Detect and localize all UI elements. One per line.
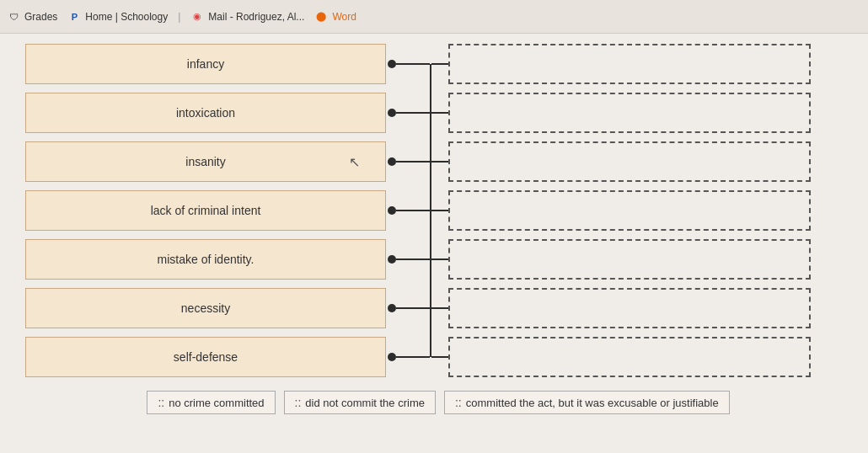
term-box-infancy[interactable]: infancy	[25, 44, 386, 84]
term-row-1: infancy	[25, 42, 430, 86]
matching-exercise: infancy intoxication	[25, 42, 851, 414]
terms-column: infancy intoxication	[25, 42, 430, 379]
word-icon: ⬤	[314, 10, 328, 24]
arm-line-5	[431, 258, 448, 260]
tab-grades[interactable]: 🛡 Grades	[7, 10, 57, 24]
answer-box-5[interactable]	[448, 239, 811, 280]
legend-icon-2: ::	[295, 396, 302, 409]
arm-line-3	[431, 161, 448, 163]
arm-line-2	[431, 112, 448, 114]
tab-word[interactable]: ⬤ Word	[314, 10, 356, 24]
connector-1	[386, 44, 430, 84]
term-box-insanity[interactable]: insanity ↖	[25, 141, 386, 182]
term-box-intoxication[interactable]: intoxication	[25, 93, 386, 133]
term-box-mistake-of-identity[interactable]: mistake of identity.	[25, 239, 386, 280]
term-row-4: lack of criminal intent	[25, 189, 430, 232]
vertical-connector-bar	[430, 64, 431, 357]
term-box-self-defense[interactable]: self-defense	[25, 337, 386, 377]
arm-line-1	[431, 63, 448, 65]
legend-item-excusable: :: committed the act, but it was excusab…	[444, 391, 730, 414]
mail-icon: ◉	[190, 10, 204, 24]
connector-hline-4	[396, 210, 430, 211]
term-row-5: mistake of identity.	[25, 237, 430, 281]
answer-row-4	[431, 189, 811, 232]
connector-5	[386, 239, 430, 280]
connector-hline-6	[396, 307, 430, 309]
tab-home-schoology[interactable]: P Home | Schoology	[67, 10, 168, 24]
answer-row-5	[431, 237, 811, 281]
answer-box-6[interactable]	[448, 288, 811, 328]
term-box-lack-of-criminal-intent[interactable]: lack of criminal intent	[25, 190, 386, 231]
answer-box-7[interactable]	[448, 337, 811, 377]
connector-hline-2	[396, 112, 430, 114]
arm-line-4	[431, 210, 448, 211]
answer-box-3[interactable]	[448, 141, 811, 182]
cursor-icon: ↖	[349, 154, 360, 170]
answer-row-3	[431, 140, 811, 184]
connector-dot-1	[388, 60, 396, 68]
term-row-7: self-defense	[25, 335, 430, 379]
legend-icon-3: ::	[455, 396, 462, 409]
legend-item-no-crime: :: no crime committed	[147, 391, 275, 414]
connector-hline-5	[396, 258, 430, 260]
term-row-2: intoxication	[25, 91, 430, 135]
answer-row-7	[431, 335, 811, 379]
answer-row-1	[431, 42, 811, 86]
tab-divider-1: |	[178, 11, 180, 23]
grades-icon: 🛡	[7, 10, 20, 24]
connector-dot-5	[388, 255, 396, 264]
connector-dot-7	[388, 353, 396, 361]
browser-tab-bar: 🛡 Grades P Home | Schoology | ◉ Mail - R…	[0, 0, 868, 34]
term-row-3: insanity ↖	[25, 140, 430, 184]
legend-icon-1: ::	[158, 396, 164, 409]
connector-6	[386, 288, 430, 328]
answer-row-6	[431, 286, 811, 330]
term-box-necessity[interactable]: necessity	[25, 288, 386, 328]
connector-hline-1	[396, 63, 430, 65]
answer-row-2	[431, 91, 811, 135]
legend-item-did-not-commit: :: did not commit the crime	[284, 391, 436, 414]
answer-column	[431, 42, 811, 379]
connector-hline-3	[396, 161, 430, 163]
term-row-6: necessity	[25, 286, 430, 330]
main-content: infancy intoxication	[0, 34, 868, 423]
connector-hline-7	[396, 356, 430, 358]
arm-line-6	[431, 307, 448, 309]
matching-rows: infancy intoxication	[25, 42, 851, 379]
connector-dot-6	[388, 304, 396, 312]
connector-dot-2	[388, 109, 396, 117]
connector-2	[386, 93, 430, 133]
vertical-line	[430, 64, 431, 357]
connector-7	[386, 337, 430, 377]
answer-box-4[interactable]	[448, 190, 811, 231]
connector-4	[386, 190, 430, 231]
connector-dot-3	[388, 157, 396, 166]
connector-3	[386, 141, 430, 182]
legend: :: no crime committed :: did not commit …	[25, 391, 851, 414]
tab-mail[interactable]: ◉ Mail - Rodriguez, Al...	[190, 10, 304, 24]
schoology-icon: P	[67, 10, 81, 24]
answer-box-1[interactable]	[448, 44, 811, 84]
connector-dot-4	[388, 206, 396, 215]
arm-line-7	[431, 356, 448, 358]
answer-box-2[interactable]	[448, 93, 811, 133]
